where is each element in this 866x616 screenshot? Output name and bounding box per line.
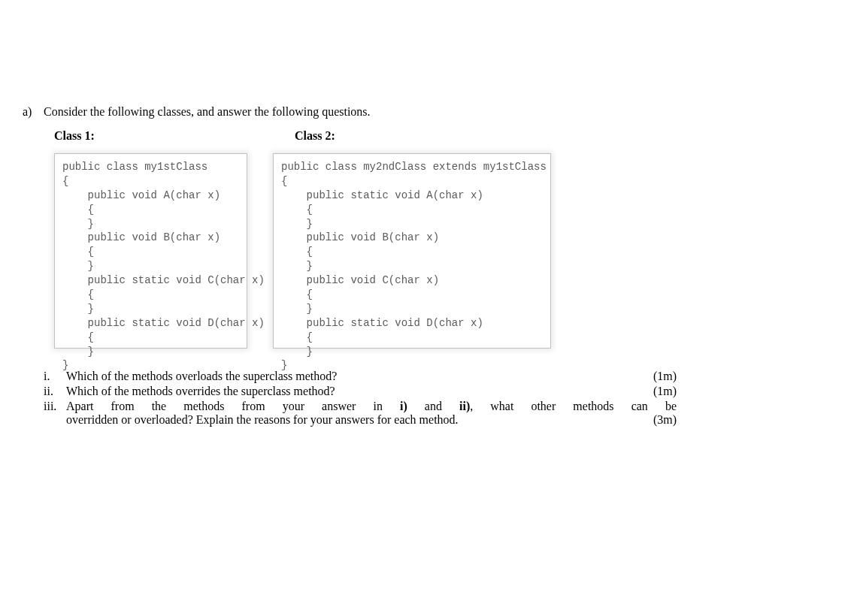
q-text: Which of the methods overrides the super… <box>66 385 644 398</box>
question-iii: iii. Apart from the methods from your an… <box>44 400 677 427</box>
q-content: Which of the methods overrides the super… <box>66 385 677 398</box>
q-content: Which of the methods overloads the super… <box>66 370 677 383</box>
q-line2: overridden or overloaded? Explain the re… <box>66 413 677 427</box>
class2-header: Class 2: <box>295 129 535 143</box>
questions-list: i. Which of the methods overloads the su… <box>44 370 677 427</box>
q-text-line2: overridden or overloaded? Explain the re… <box>66 413 644 427</box>
q-marks: (3m) <box>653 413 677 427</box>
q-content: Apart from the methods from your answer … <box>66 400 677 427</box>
q-marker: iii. <box>44 400 66 413</box>
class1-header: Class 1: <box>54 129 295 143</box>
q-text: Which of the methods overloads the super… <box>66 370 644 383</box>
problem-a: a) Consider the following classes, and a… <box>23 105 677 150</box>
q-text-end: , what other methods can be <box>470 400 677 412</box>
document-content: a) Consider the following classes, and a… <box>23 105 677 427</box>
q-text-mid: and <box>407 400 459 412</box>
code-class1: public class my1stClass { public void A(… <box>54 153 247 349</box>
q-marks: (1m) <box>653 385 677 398</box>
problem-body: Consider the following classes, and answ… <box>44 105 677 150</box>
q-marks: (1m) <box>653 370 677 383</box>
q-text-part1: Apart from the methods from your answer … <box>66 400 400 412</box>
code-boxes: public class my1stClass { public void A(… <box>54 153 677 349</box>
question-i: i. Which of the methods overloads the su… <box>44 370 677 383</box>
q-bold-ii: ii) <box>459 400 470 412</box>
question-ii: ii. Which of the methods overrides the s… <box>44 385 677 398</box>
q-marker: i. <box>44 370 66 383</box>
q-bold-i: i) <box>400 400 407 412</box>
q-line1: Apart from the methods from your answer … <box>66 400 677 413</box>
code-class2: public class my2ndClass extends my1stCla… <box>273 153 551 349</box>
problem-intro: Consider the following classes, and answ… <box>44 105 677 119</box>
problem-marker: a) <box>23 105 44 119</box>
q-marker: ii. <box>44 385 66 398</box>
class-headers: Class 1: Class 2: <box>44 129 677 143</box>
